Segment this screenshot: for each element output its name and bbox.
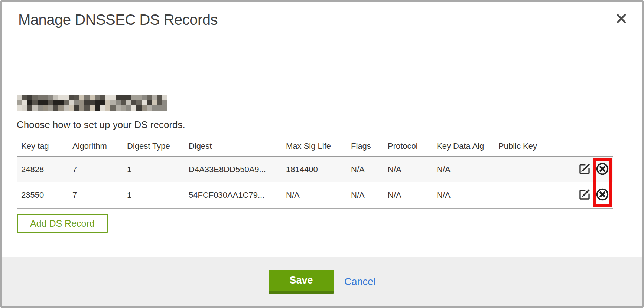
cell-max-sig-life: N/A (282, 182, 347, 208)
ds-record-row: 235507154FCF030AA1C79...N/AN/AN/AN/A (17, 182, 613, 208)
delete-circle-icon (595, 187, 610, 203)
edit-icon (578, 187, 592, 203)
cell-digest-type: 1 (123, 156, 184, 182)
column-header-algorithm: Algorithm (68, 137, 123, 156)
column-header-digest-type: Digest Type (123, 137, 184, 156)
cell-actions (576, 182, 613, 208)
cell-flags: N/A (347, 156, 383, 182)
close-icon (615, 20, 628, 26)
column-header-key-tag: Key tag (17, 137, 68, 156)
cell-digest: D4A33E8DD550A9... (184, 156, 282, 182)
screenshot-canvas: Manage DNSSEC DS Records Choose how to s… (0, 0, 644, 308)
column-header-protocol: Protocol (383, 137, 432, 156)
edit-icon (578, 162, 592, 177)
cell-digest: 54FCF030AA1C79... (184, 182, 282, 208)
cell-digest-type: 1 (123, 182, 184, 208)
cancel-link[interactable]: Cancel (344, 276, 375, 288)
cell-key-tag: 24828 (17, 156, 68, 182)
column-header-key-data-alg: Key Data Alg (432, 137, 494, 156)
column-header-flags: Flags (347, 137, 383, 156)
ds-records-table-wrap: Key tagAlgorithmDigest TypeDigestMax Sig… (17, 137, 613, 209)
dialog-title: Manage DNSSEC DS Records (18, 12, 218, 28)
cell-public-key (494, 156, 576, 182)
delete-record-button[interactable] (595, 162, 610, 177)
table-header-row: Key tagAlgorithmDigest TypeDigestMax Sig… (17, 137, 613, 156)
cell-max-sig-life: 1814400 (282, 156, 347, 182)
cell-protocol: N/A (383, 182, 432, 208)
cell-actions (576, 156, 613, 182)
ds-record-row: 2482871D4A33E8DD550A9...1814400N/AN/AN/A (17, 156, 613, 182)
cell-algorithm: 7 (68, 156, 123, 182)
cell-protocol: N/A (383, 156, 432, 182)
column-header-max-sig-life: Max Sig Life (282, 137, 347, 156)
edit-record-button[interactable] (577, 162, 592, 177)
redacted-domain-name (17, 95, 167, 111)
column-header-digest: Digest (184, 137, 282, 156)
instruction-text: Choose how to set up your DS records. (17, 119, 185, 131)
add-ds-record-button[interactable]: Add DS Record (17, 214, 108, 233)
close-button[interactable] (614, 12, 629, 26)
column-header-public-key: Public Key (494, 137, 576, 156)
cell-key-tag: 23550 (17, 182, 68, 208)
cell-flags: N/A (347, 182, 383, 208)
cell-public-key (494, 182, 576, 208)
cell-key-data-alg: N/A (432, 182, 494, 208)
dialog-footer: Save Cancel (2, 257, 642, 306)
cell-algorithm: 7 (68, 182, 123, 208)
delete-record-button[interactable] (595, 188, 610, 203)
ds-records-table: Key tagAlgorithmDigest TypeDigestMax Sig… (17, 137, 613, 209)
save-button[interactable]: Save (269, 270, 334, 294)
edit-record-button[interactable] (577, 188, 592, 203)
cell-key-data-alg: N/A (432, 156, 494, 182)
manage-dnssec-dialog: Manage DNSSEC DS Records Choose how to s… (0, 0, 644, 308)
column-header-actions (576, 137, 613, 156)
delete-circle-icon (595, 161, 610, 177)
